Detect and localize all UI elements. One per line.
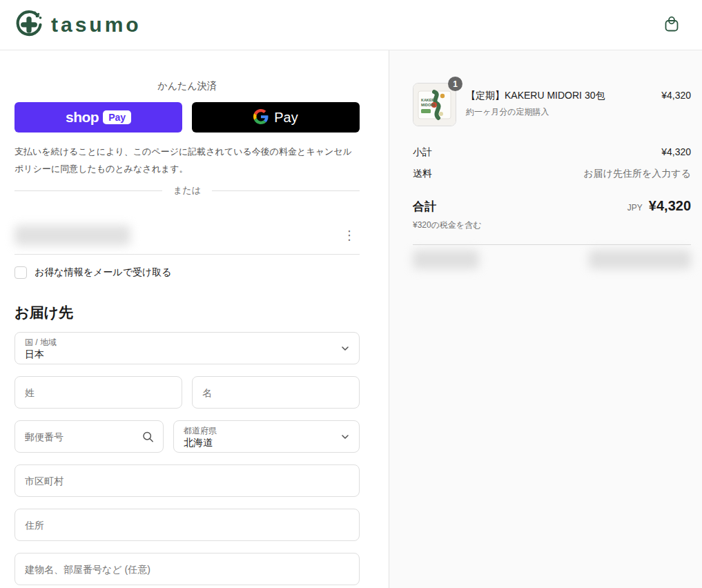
postal-code-input[interactable] xyxy=(15,421,163,452)
shipping-label: 送料 xyxy=(413,168,432,180)
totals-block: 小計 ¥4,320 送料 お届け先住所を入力する 合計 JPY ¥4,320 ¥… xyxy=(413,146,691,231)
grand-total-row: 合計 JPY ¥4,320 xyxy=(413,198,691,215)
tax-note: ¥320の税金を含む xyxy=(413,219,691,231)
address-input[interactable] xyxy=(15,509,359,540)
svg-text:MIDORI: MIDORI xyxy=(421,103,435,107)
shop-pay-button[interactable]: shop Pay xyxy=(14,102,182,133)
product-price: ¥4,320 xyxy=(661,83,691,101)
chevron-down-icon xyxy=(340,344,350,353)
product-thumbnail-wrap: KAKERU MIDORI 1 xyxy=(413,83,456,126)
redacted-block-left xyxy=(413,250,479,269)
svg-text:KAKERU: KAKERU xyxy=(421,98,437,102)
subtotal-label: 小計 xyxy=(413,146,432,159)
prefecture-select-label: 都道府県 xyxy=(184,426,331,435)
product-thumbnail: KAKERU MIDORI xyxy=(413,83,456,126)
brand-logo[interactable]: tasumo xyxy=(14,8,142,42)
contact-divider xyxy=(14,254,360,255)
prefecture-select[interactable]: 都道府県 北海道 xyxy=(173,420,360,453)
shipping-value: お届け先住所を入力する xyxy=(583,168,691,180)
payment-disclaimer: 支払いを続けることにより、このページに記載されている今後の料金とキャンセルポリシ… xyxy=(14,143,360,177)
subtotal-value: ¥4,320 xyxy=(661,146,691,157)
quantity-badge: 1 xyxy=(448,77,462,91)
country-select-value: 日本 xyxy=(25,348,331,360)
google-g-icon xyxy=(253,109,269,126)
country-select[interactable]: 国 / 地域 日本 xyxy=(14,332,360,364)
grand-total-value: ¥4,320 xyxy=(649,198,691,214)
shop-pay-badge: Pay xyxy=(103,110,131,124)
email-row: ⋮ xyxy=(14,223,360,248)
first-name-field-box xyxy=(192,376,360,409)
search-icon xyxy=(142,431,154,442)
redacted-summary-row xyxy=(413,250,691,269)
city-field-box xyxy=(14,464,360,497)
building-input[interactable] xyxy=(15,553,359,585)
express-pay-buttons: shop Pay Pay xyxy=(14,102,360,133)
kebab-menu-icon[interactable]: ⋮ xyxy=(339,228,360,243)
redacted-email xyxy=(14,225,130,246)
name-row xyxy=(14,376,360,409)
or-divider-label: または xyxy=(173,184,201,197)
postal-code-field-box xyxy=(14,420,164,453)
newsletter-checkbox[interactable] xyxy=(14,266,27,279)
or-divider: または xyxy=(14,184,360,197)
address-field-box xyxy=(14,509,360,541)
main-content: かんたん決済 shop Pay Pay xyxy=(0,50,702,588)
header: tasumo xyxy=(0,0,702,50)
chevron-down-icon xyxy=(340,432,350,442)
bag-icon xyxy=(663,25,680,35)
redacted-block-right xyxy=(589,250,691,269)
last-name-field-box xyxy=(14,376,182,409)
last-name-input[interactable] xyxy=(15,377,182,408)
product-name: 【定期】KAKERU MIDORI 30包 xyxy=(466,90,654,102)
google-pay-button[interactable]: Pay xyxy=(192,102,360,133)
country-select-label: 国 / 地域 xyxy=(25,337,331,347)
subtotal-row: 小計 ¥4,320 xyxy=(413,146,691,159)
cart-line-item: KAKERU MIDORI 1 【定期】KAKERU MIDORI 30包 約一… xyxy=(413,83,691,126)
first-name-input[interactable] xyxy=(193,377,359,408)
product-description: 約一ヶ月分の定期購入 xyxy=(466,106,654,118)
express-checkout-title: かんたん決済 xyxy=(14,80,360,92)
prefecture-select-value: 北海道 xyxy=(184,436,331,449)
checkout-form-column: かんたん決済 shop Pay Pay xyxy=(0,50,389,588)
grand-total-label: 合計 xyxy=(413,199,436,215)
shop-pay-shop-label: shop xyxy=(66,109,99,126)
summary-divider xyxy=(413,244,691,245)
brand-name: tasumo xyxy=(51,13,142,37)
tasumo-logo-icon xyxy=(14,8,44,42)
shipping-section-title: お届け先 xyxy=(14,303,360,322)
grand-total-currency: JPY xyxy=(627,203,643,213)
newsletter-label: お得な情報をメールで受け取る xyxy=(35,266,172,279)
newsletter-row: お得な情報をメールで受け取る xyxy=(14,266,360,279)
google-pay-label: Pay xyxy=(274,110,298,126)
product-info: 【定期】KAKERU MIDORI 30包 約一ヶ月分の定期購入 xyxy=(456,83,661,118)
city-input[interactable] xyxy=(15,465,359,496)
order-summary-column: KAKERU MIDORI 1 【定期】KAKERU MIDORI 30包 約一… xyxy=(389,50,702,588)
building-field-box xyxy=(14,553,360,585)
cart-button[interactable] xyxy=(661,12,683,38)
checkout-page: tasumo かんたん決済 shop Pay xyxy=(0,0,702,588)
postal-prefecture-row: 都道府県 北海道 xyxy=(14,420,360,453)
shipping-row: 送料 お届け先住所を入力する xyxy=(413,168,691,180)
